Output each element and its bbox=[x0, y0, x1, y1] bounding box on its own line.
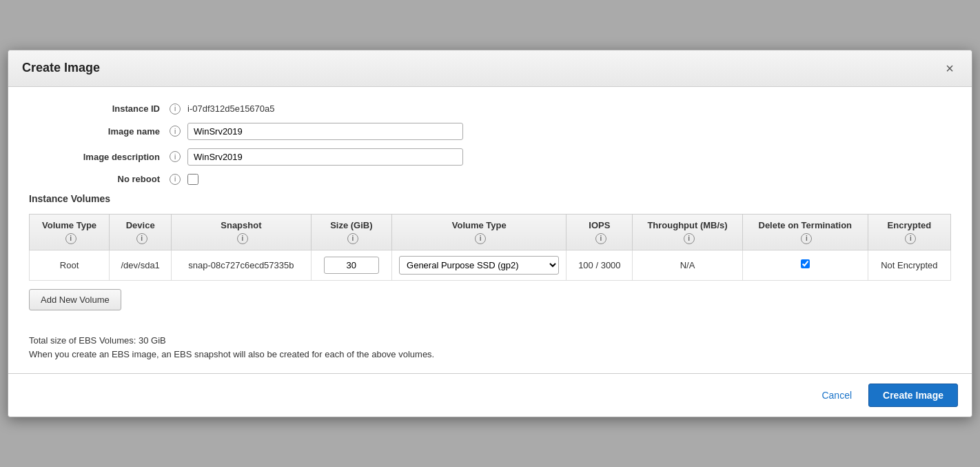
volume-type-select[interactable]: General Purpose SSD (gp2) bbox=[399, 256, 559, 275]
th-volume-type-col: Volume Type i bbox=[392, 214, 566, 250]
th-iops-info-icon: i bbox=[595, 233, 606, 244]
add-new-volume-button[interactable]: Add New Volume bbox=[29, 289, 121, 310]
cell-device: /dev/sda1 bbox=[110, 250, 172, 280]
th-volume-type-col-info-icon: i bbox=[475, 233, 486, 244]
cell-throughput: N/A bbox=[633, 250, 743, 280]
th-device-info-icon: i bbox=[136, 233, 147, 244]
info-line2: When you create an EBS image, an EBS sna… bbox=[29, 348, 951, 362]
th-snapshot: Snapshot i bbox=[172, 214, 312, 250]
instance-id-label: Instance ID bbox=[29, 103, 167, 114]
instance-id-info-icon: i bbox=[170, 103, 181, 115]
volumes-table: Volume Type i Device i bbox=[29, 214, 951, 281]
delete-on-termination-checkbox[interactable] bbox=[801, 259, 810, 268]
instance-id-row: Instance ID i i-07df312d5e15670a5 bbox=[29, 103, 951, 115]
cell-delete-on-termination[interactable] bbox=[742, 250, 868, 280]
table-header-row: Volume Type i Device i bbox=[30, 214, 951, 250]
no-reboot-info-icon: i bbox=[170, 174, 181, 185]
volumes-section-title: Instance Volumes bbox=[29, 193, 951, 207]
cell-size[interactable] bbox=[311, 250, 391, 280]
th-size: Size (GiB) i bbox=[311, 214, 391, 250]
image-description-info-icon: i bbox=[170, 151, 181, 162]
size-input[interactable] bbox=[324, 257, 379, 274]
info-line1: Total size of EBS Volumes: 30 GiB bbox=[29, 334, 951, 348]
th-delete-info-icon: i bbox=[801, 233, 812, 244]
instance-id-value: i-07df312d5e15670a5 bbox=[187, 103, 275, 114]
create-image-button[interactable]: Create Image bbox=[868, 384, 958, 407]
th-iops: IOPS i bbox=[566, 214, 633, 250]
create-image-modal: Create Image × Instance ID i i-07df312d5… bbox=[8, 50, 972, 417]
th-snapshot-info-icon: i bbox=[237, 233, 248, 244]
cell-iops: 100 / 3000 bbox=[566, 250, 633, 280]
volumes-section: Instance Volumes Volume Type i bbox=[29, 193, 951, 321]
info-text: Total size of EBS Volumes: 30 GiB When y… bbox=[29, 334, 951, 363]
no-reboot-row: No reboot i bbox=[29, 174, 951, 185]
th-throughput-info-icon: i bbox=[684, 233, 695, 244]
modal-body: Instance ID i i-07df312d5e15670a5 Image … bbox=[8, 87, 972, 362]
image-name-info-icon: i bbox=[170, 126, 181, 137]
th-delete-on-termination: Delete on Termination i bbox=[742, 214, 868, 250]
th-encrypted-info-icon: i bbox=[905, 233, 916, 244]
image-name-label: Image name bbox=[29, 126, 167, 137]
th-volume-type: Volume Type i bbox=[30, 214, 110, 250]
th-throughput: Throughput (MB/s) i bbox=[633, 214, 743, 250]
cell-encrypted: Not Encrypted bbox=[868, 250, 950, 280]
cell-volume-type: Root bbox=[30, 250, 110, 280]
th-volume-type-info-icon: i bbox=[65, 233, 76, 244]
image-name-row: Image name i bbox=[29, 123, 951, 140]
image-description-input[interactable] bbox=[187, 148, 463, 166]
image-description-row: Image description i bbox=[29, 148, 951, 166]
modal-header: Create Image × bbox=[8, 50, 972, 87]
cancel-button[interactable]: Cancel bbox=[813, 386, 860, 405]
th-size-info-icon: i bbox=[347, 233, 358, 244]
no-reboot-checkbox[interactable] bbox=[187, 174, 198, 185]
no-reboot-label: No reboot bbox=[29, 174, 167, 184]
cell-volume-type-select[interactable]: General Purpose SSD (gp2) bbox=[392, 250, 566, 280]
close-button[interactable]: × bbox=[941, 60, 958, 77]
cell-snapshot: snap-08c727c6ecd57335b bbox=[172, 250, 312, 280]
modal-overlay: Create Image × Instance ID i i-07df312d5… bbox=[0, 0, 980, 467]
image-description-label: Image description bbox=[29, 152, 167, 162]
modal-title: Create Image bbox=[22, 61, 100, 75]
th-device: Device i bbox=[110, 214, 172, 250]
image-name-input[interactable] bbox=[187, 123, 463, 140]
modal-footer: Cancel Create Image bbox=[8, 374, 972, 417]
table-row: Root/dev/sda1snap-08c727c6ecd57335bGener… bbox=[30, 250, 951, 280]
th-encrypted: Encrypted i bbox=[868, 214, 950, 250]
